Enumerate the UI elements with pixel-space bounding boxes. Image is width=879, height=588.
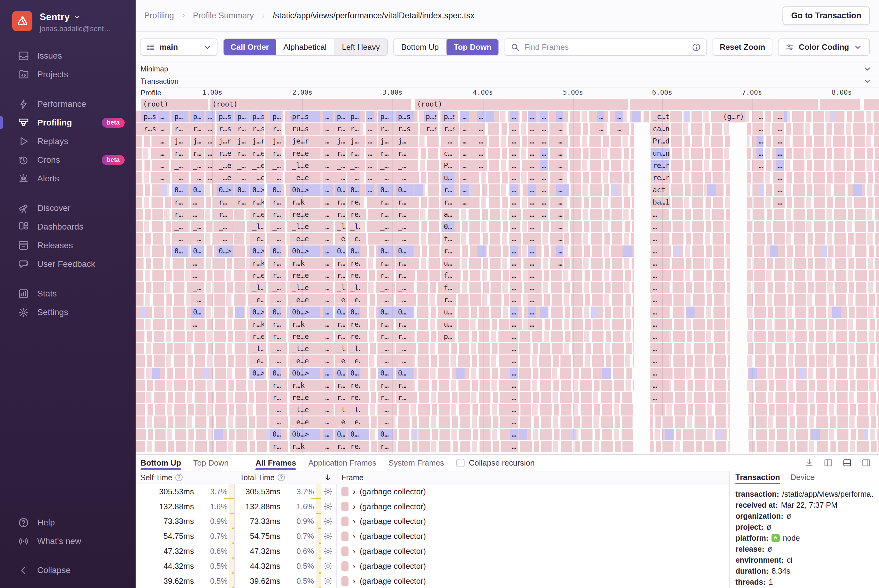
flame-frame[interactable]: 0…>: [250, 368, 264, 379]
flame-frame[interactable]: …: [528, 160, 536, 171]
flame-frame[interactable]: r…: [335, 319, 346, 330]
sidebar-item-crons[interactable]: Cronsbeta: [0, 150, 135, 169]
flame-frame[interactable]: r…: [378, 331, 393, 342]
download-icon[interactable]: [804, 458, 814, 468]
flame-frame[interactable]: …: [528, 221, 536, 232]
flame-frame[interactable]: re…r: [651, 160, 669, 171]
flame-frame[interactable]: r…: [235, 123, 249, 135]
flame-frame[interactable]: …: [323, 172, 333, 183]
chevron-right-icon[interactable]: ›: [353, 561, 356, 571]
flame-frame[interactable]: 0…: [270, 429, 281, 440]
flame-frame[interactable]: r…: [270, 380, 281, 391]
flame-frame[interactable]: r…: [335, 209, 346, 220]
flame-frame[interactable]: _…: [270, 282, 281, 293]
flame-frame[interactable]: p…: [270, 111, 281, 122]
flame-frame[interactable]: …: [510, 111, 518, 122]
flame-frame[interactable]: …: [651, 221, 669, 232]
flame-frame[interactable]: r…: [396, 331, 413, 342]
flame-frame[interactable]: 0b…>: [290, 368, 320, 379]
flame-frame[interactable]: 0…: [270, 246, 281, 257]
flame-frame[interactable]: 0…: [378, 184, 393, 196]
flame-frame[interactable]: _e…: [335, 233, 346, 244]
chevron-right-icon[interactable]: ›: [353, 502, 356, 512]
flame-frame[interactable]: …: [528, 184, 536, 196]
flame-frame[interactable]: _…: [172, 172, 188, 183]
flame-frame[interactable]: u…: [442, 258, 454, 269]
flamegraph[interactable]: (root)(root)(root)p…sr…s………………p…r…j…r…_……: [135, 98, 879, 454]
flame-frame[interactable]: re…e: [290, 148, 320, 159]
table-row[interactable]: 132.88ms1.6%132.88ms1.6%›(garbage collec…: [135, 499, 729, 514]
flame-frame[interactable]: _e…e: [290, 416, 320, 428]
sidebar-item-issues[interactable]: Issues: [0, 46, 135, 65]
flame-frame[interactable]: …: [651, 246, 669, 257]
flame-frame[interactable]: _l…e: [290, 160, 320, 171]
flame-frame[interactable]: …: [528, 111, 536, 122]
flame-frame[interactable]: _…: [396, 233, 413, 244]
flame-frame[interactable]: …: [323, 319, 333, 330]
flame-frame[interactable]: 0…: [396, 246, 413, 257]
flame-frame[interactable]: …: [510, 356, 518, 367]
flame-frame[interactable]: _l…: [335, 282, 346, 293]
flame-frame[interactable]: _…: [396, 221, 413, 232]
flame-frame[interactable]: …: [206, 111, 215, 122]
layout-right-icon[interactable]: [861, 458, 871, 468]
flame-frame[interactable]: r…: [270, 319, 281, 330]
flame-frame[interactable]: r…: [442, 246, 454, 257]
segment-top-down[interactable]: Top Down: [446, 39, 499, 56]
flame-frame[interactable]: …: [206, 135, 215, 147]
sidebar-item-replays[interactable]: Replays: [0, 132, 135, 150]
flame-frame[interactable]: _…: [396, 343, 413, 354]
flame-frame[interactable]: _…: [191, 233, 204, 244]
flame-frame[interactable]: …: [540, 111, 548, 122]
flame-frame[interactable]: r…: [191, 148, 204, 159]
flame-frame[interactable]: r…e: [250, 209, 264, 220]
flame-frame[interactable]: r…: [335, 270, 346, 281]
frame-cell[interactable]: ›(garbage collector): [337, 574, 729, 588]
flame-frame[interactable]: …: [556, 160, 563, 171]
flame-frame[interactable]: …: [528, 135, 536, 147]
flame-root-frame[interactable]: [864, 99, 879, 110]
chevron-down-icon[interactable]: [863, 77, 871, 86]
flame-frame[interactable]: re…k: [348, 319, 361, 330]
flame-frame[interactable]: r…: [396, 209, 413, 220]
flame-frame[interactable]: _l…: [250, 221, 264, 232]
flame-frame[interactable]: …: [776, 123, 784, 135]
frame-header[interactable]: Frame: [337, 471, 729, 484]
flame-frame[interactable]: _e…: [250, 356, 264, 367]
flame-frame[interactable]: _…e: [250, 160, 264, 171]
thread-select[interactable]: main: [140, 39, 218, 56]
flame-frame[interactable]: r…: [191, 123, 204, 135]
flame-frame[interactable]: r…: [235, 148, 249, 159]
flame-frame[interactable]: …: [460, 184, 469, 196]
flame-frame[interactable]: …: [323, 343, 333, 354]
flame-frame[interactable]: …: [510, 331, 518, 342]
flame-frame[interactable]: re…k: [348, 196, 361, 208]
flame-frame[interactable]: r…s: [442, 123, 454, 135]
flame-frame[interactable]: …: [323, 282, 333, 293]
flame-frame[interactable]: 0…: [348, 306, 361, 318]
flame-frame[interactable]: r…: [270, 148, 281, 159]
flame-frame[interactable]: …: [540, 196, 548, 208]
flame-frame[interactable]: …: [323, 209, 333, 220]
flame-frame[interactable]: …: [776, 184, 784, 196]
sidebar-item-performance[interactable]: Performance: [0, 94, 135, 113]
flame-frame[interactable]: …: [651, 282, 669, 293]
frame-cell[interactable]: ›(garbage collector): [337, 514, 729, 529]
flame-frame[interactable]: _l…: [335, 404, 346, 416]
flame-frame[interactable]: p…: [172, 111, 188, 122]
flame-frame[interactable]: …: [556, 221, 563, 232]
flame-frame[interactable]: act: [651, 184, 669, 196]
flame-frame[interactable]: …: [556, 148, 563, 159]
gear-icon[interactable]: [323, 487, 333, 496]
flame-frame[interactable]: …: [556, 209, 563, 220]
org-switcher[interactable]: Sentry: [40, 12, 111, 22]
flame-frame[interactable]: …: [651, 343, 669, 354]
flame-frame[interactable]: …: [158, 123, 169, 135]
flame-frame[interactable]: re…e: [290, 331, 320, 342]
flame-frame[interactable]: …: [510, 441, 518, 452]
sidebar-item-dashboards[interactable]: Dashboards: [0, 218, 135, 236]
frame-cell[interactable]: ›(garbage collector): [337, 499, 729, 514]
flame-frame[interactable]: _…: [378, 160, 393, 171]
flame-frame[interactable]: …: [510, 184, 518, 196]
flame-frame[interactable]: …: [323, 196, 333, 208]
